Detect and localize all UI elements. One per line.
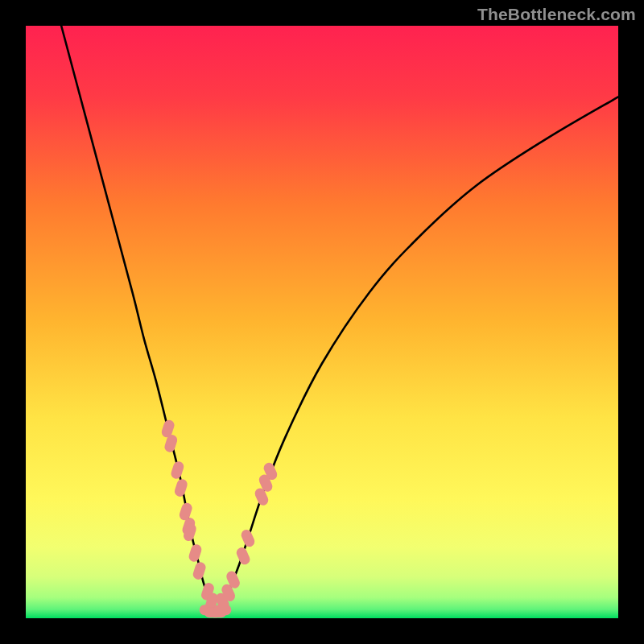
left-arm-marker xyxy=(188,543,203,564)
curve-layer xyxy=(26,26,618,618)
left-arm-marker xyxy=(192,561,207,581)
left-arm-marker xyxy=(173,478,188,498)
trough-marker xyxy=(213,605,231,615)
plot-area xyxy=(26,26,618,618)
left-arm-marker xyxy=(170,460,185,481)
watermark-text: TheBottleneck.com xyxy=(477,5,636,24)
series-bottleneck-right xyxy=(216,97,618,612)
right-arm-marker xyxy=(235,546,252,566)
chart-stage: TheBottleneck.com xyxy=(0,0,644,644)
right-arm-marker xyxy=(240,528,257,548)
